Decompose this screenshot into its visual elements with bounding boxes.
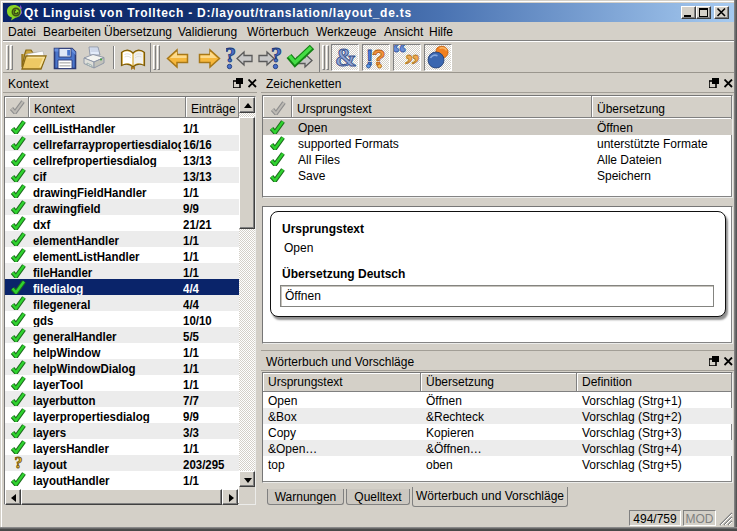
- svg-text:?: ?: [271, 45, 282, 67]
- svg-text:&: &: [335, 45, 357, 70]
- svg-text:?: ?: [15, 455, 23, 471]
- svg-text:?: ?: [226, 45, 236, 67]
- svg-text:„: „: [405, 45, 420, 65]
